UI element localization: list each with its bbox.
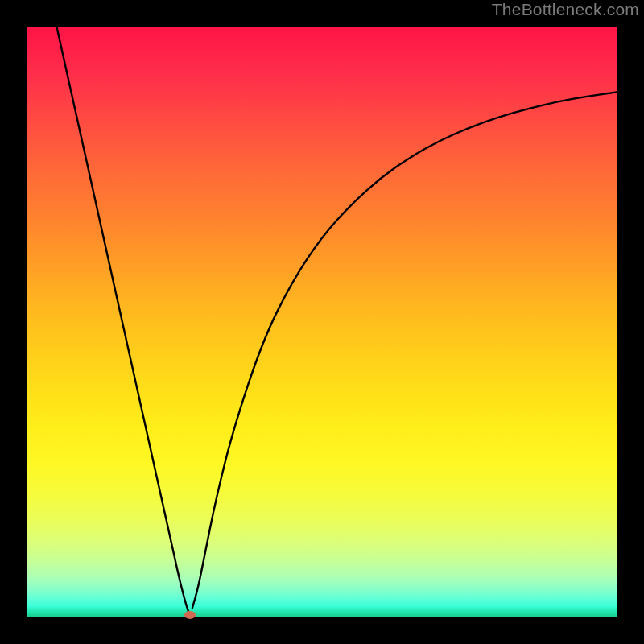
chart-frame: TheBottleneck.com bbox=[0, 0, 644, 644]
minimum-marker bbox=[184, 611, 196, 619]
bottleneck-curve bbox=[27, 27, 617, 617]
curve-right-branch bbox=[192, 93, 617, 609]
curve-left-branch bbox=[57, 27, 190, 614]
watermark-text: TheBottleneck.com bbox=[492, 0, 639, 19]
plot-area bbox=[27, 27, 617, 617]
